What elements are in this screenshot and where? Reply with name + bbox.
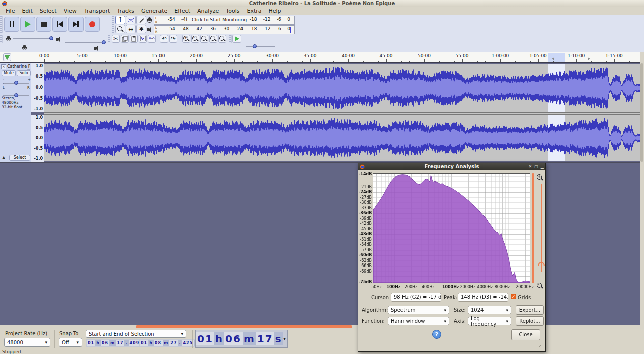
- zoom-tool-button[interactable]: [115, 25, 125, 33]
- help-button[interactable]: ?: [432, 330, 441, 339]
- selection-drag-handle[interactable]: [551, 57, 591, 61]
- menu-analyze[interactable]: Analyze: [194, 7, 222, 15]
- freq-maximize-icon[interactable]: ▢: [534, 163, 538, 170]
- edit-toolbar-grip[interactable]: [108, 35, 110, 43]
- db-tick-label: -14dB: [359, 172, 372, 176]
- stop-button[interactable]: [36, 17, 51, 32]
- horizontal-scrollbar-thumb[interactable]: [136, 325, 352, 328]
- selection-tool-button[interactable]: I: [115, 16, 125, 24]
- zoom-out-button[interactable]: -: [191, 35, 199, 43]
- timeline-ruler[interactable]: 0:005:0010:0015:0020:0025:0030:0035:0040…: [0, 52, 644, 63]
- track-select-button[interactable]: Select: [9, 155, 30, 161]
- undo-button[interactable]: ↶: [160, 35, 168, 43]
- freq-minimize-icon[interactable]: ▁: [541, 163, 544, 170]
- zoom-toggle-icon: [219, 35, 226, 42]
- monitor-text[interactable]: - Click to Start Monitoring: [187, 17, 249, 22]
- vertical-scale-ruler-right[interactable]: 1.00.50.0-0.5-1.0: [31, 115, 44, 162]
- time-format-dropdown-icon[interactable]: ▾: [283, 337, 287, 341]
- skip-to-start-button[interactable]: [52, 17, 67, 32]
- play-speed-toolbar-grip[interactable]: [229, 35, 232, 43]
- paste-button[interactable]: [130, 35, 138, 43]
- menu-file[interactable]: File: [2, 7, 18, 15]
- vertical-zoom-slider-thumb[interactable]: [538, 262, 545, 266]
- fit-project-button[interactable]: [209, 35, 217, 43]
- menu-select[interactable]: Select: [36, 7, 60, 15]
- replot-button[interactable]: Replot...: [516, 316, 544, 326]
- menu-transport[interactable]: Transport: [80, 7, 114, 15]
- peak-value-field[interactable]: 148 Hz (D3) = -14.6 d: [458, 293, 508, 302]
- play-button[interactable]: [20, 17, 35, 32]
- menu-effect[interactable]: Effect: [171, 7, 194, 15]
- vertical-scale-ruler-left[interactable]: 1.00.50.0-0.5-1.0: [31, 63, 44, 112]
- ruler-tick: [508, 61, 508, 62]
- fit-selection-button[interactable]: [200, 35, 208, 43]
- zoom-in-button[interactable]: +: [182, 35, 190, 43]
- project-rate-select[interactable]: 48000: [4, 338, 50, 347]
- zoom-in-icon[interactable]: +: [536, 174, 543, 181]
- copy-button[interactable]: [121, 35, 129, 43]
- redo-button[interactable]: ↷: [169, 35, 177, 43]
- menu-generate[interactable]: Generate: [138, 7, 171, 15]
- silence-audio-button[interactable]: [148, 35, 156, 43]
- export-button[interactable]: Export...: [516, 305, 544, 315]
- vertical-scrollbar-thumb[interactable]: [640, 63, 643, 162]
- close-button[interactable]: Close: [511, 329, 540, 340]
- selection-end-time[interactable]: 01h08m27.425s▾: [139, 339, 203, 347]
- transport-toolbar-grip[interactable]: [0, 16, 3, 33]
- gain-slider[interactable]: [3, 81, 29, 85]
- grids-checkbox[interactable]: ✓: [511, 294, 516, 299]
- vertical-zoom-slider[interactable]: [541, 184, 542, 272]
- recording-volume-slider[interactable]: [13, 37, 53, 41]
- ruler-tick: [90, 61, 91, 62]
- menu-tracks[interactable]: Tracks: [113, 7, 138, 15]
- play-at-speed-button[interactable]: [232, 35, 242, 43]
- resize-grip[interactable]: [539, 345, 544, 350]
- snap-to-select[interactable]: Off: [59, 338, 82, 347]
- menu-help[interactable]: Help: [265, 7, 284, 15]
- axis-select[interactable]: Log frequency: [468, 317, 511, 325]
- skip-to-end-button[interactable]: [68, 17, 84, 32]
- draw-tool-button[interactable]: [136, 16, 146, 24]
- selection-mode-select[interactable]: Start and End of Selection: [86, 330, 186, 338]
- mixer-toolbar-grip[interactable]: [0, 35, 3, 43]
- plot-vertical-scrollbar[interactable]: [532, 173, 534, 283]
- multi-tool-button[interactable]: ✱: [136, 25, 146, 33]
- audio-position-time[interactable]: 01h06m17s▾: [195, 330, 288, 348]
- cut-button[interactable]: ✂: [112, 35, 120, 43]
- fit-project-icon: [210, 35, 217, 42]
- algorithm-select[interactable]: Spectrum: [388, 306, 449, 314]
- menu-view[interactable]: View: [60, 7, 80, 15]
- waveform-channel-right[interactable]: [44, 115, 640, 161]
- menu-tools[interactable]: Tools: [222, 7, 243, 15]
- freq-close-icon[interactable]: ✕: [529, 163, 532, 170]
- zoom-toggle-button[interactable]: [218, 35, 226, 43]
- playback-speed-slider[interactable]: [246, 45, 275, 49]
- pin-playhead-button[interactable]: [3, 53, 11, 61]
- zoom-out-icon[interactable]: -: [536, 282, 543, 289]
- menu-extra[interactable]: Extra: [243, 7, 265, 15]
- trim-audio-button[interactable]: [139, 35, 147, 43]
- ruler-tick: [386, 59, 387, 62]
- function-select[interactable]: Hann window: [388, 317, 449, 325]
- menu-edit[interactable]: Edit: [18, 7, 36, 15]
- recording-meter[interactable]: LR -54-48-42-36-30-24-18-12-60 - Click t…: [154, 16, 295, 25]
- playback-volume-slider[interactable]: [65, 41, 105, 45]
- size-select[interactable]: 1024: [468, 306, 511, 314]
- solo-button[interactable]: Solo: [17, 70, 31, 76]
- cursor-value-field[interactable]: 98 Hz (G2) = -17 dB: [391, 293, 441, 302]
- envelope-tool-button[interactable]: [126, 16, 136, 24]
- tools-toolbar-grip[interactable]: [112, 16, 114, 33]
- pause-button[interactable]: [4, 17, 19, 32]
- waveform-channel-left[interactable]: [44, 64, 640, 112]
- playback-meter[interactable]: LR -54-48-42-36-30-24-18-12-60: [154, 25, 295, 34]
- freq-window-titlebar[interactable]: Frequency Analysis ✕▢▁: [358, 163, 545, 170]
- ruler-tick: [242, 61, 243, 62]
- ruler-time-label: 55:00: [456, 53, 469, 58]
- mute-button[interactable]: Mute: [2, 70, 16, 76]
- track-close-button[interactable]: ×: [1, 64, 6, 69]
- record-button[interactable]: [85, 17, 100, 32]
- spectrum-plot[interactable]: [373, 173, 530, 283]
- timeshift-tool-button[interactable]: ↔: [126, 25, 136, 33]
- track-collapse-button[interactable]: ▲: [2, 155, 5, 160]
- ruler-time-label: 10:00: [114, 53, 127, 58]
